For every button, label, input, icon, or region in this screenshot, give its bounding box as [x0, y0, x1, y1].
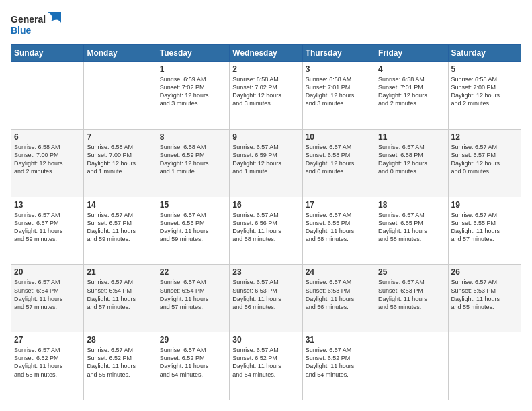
calendar-cell: 12Sunrise: 6:57 AM Sunset: 6:57 PM Dayli…	[448, 129, 521, 197]
day-info: Sunrise: 6:57 AM Sunset: 6:56 PM Dayligh…	[160, 211, 226, 244]
day-info: Sunrise: 6:58 AM Sunset: 7:02 PM Dayligh…	[232, 75, 299, 108]
day-header-wednesday: Wednesday	[230, 45, 302, 62]
day-number: 11	[378, 132, 445, 142]
calendar-cell: 1Sunrise: 6:59 AM Sunset: 7:02 PM Daylig…	[157, 62, 229, 130]
calendar-cell: 29Sunrise: 6:57 AM Sunset: 6:52 PM Dayli…	[157, 332, 229, 400]
day-info: Sunrise: 6:57 AM Sunset: 6:55 PM Dayligh…	[451, 211, 518, 244]
calendar-cell: 25Sunrise: 6:57 AM Sunset: 6:53 PM Dayli…	[375, 265, 448, 332]
calendar-cell	[11, 62, 84, 130]
calendar-cell: 7Sunrise: 6:58 AM Sunset: 7:00 PM Daylig…	[84, 129, 157, 197]
page: GeneralBlue SundayMondayTuesdayWednesday…	[0, 0, 532, 411]
day-number: 21	[87, 267, 153, 277]
calendar-cell: 31Sunrise: 6:57 AM Sunset: 6:52 PM Dayli…	[302, 332, 375, 400]
day-number: 20	[14, 267, 81, 277]
day-info: Sunrise: 6:57 AM Sunset: 6:52 PM Dayligh…	[87, 346, 153, 379]
calendar-cell: 2Sunrise: 6:58 AM Sunset: 7:02 PM Daylig…	[230, 62, 302, 130]
day-header-monday: Monday	[84, 45, 157, 62]
calendar-cell: 26Sunrise: 6:57 AM Sunset: 6:53 PM Dayli…	[448, 265, 521, 332]
day-number: 1	[160, 64, 226, 74]
logo: GeneralBlue	[11, 11, 64, 38]
day-number: 7	[87, 132, 153, 142]
calendar-cell: 5Sunrise: 6:58 AM Sunset: 7:00 PM Daylig…	[448, 62, 521, 130]
calendar-cell: 16Sunrise: 6:57 AM Sunset: 6:56 PM Dayli…	[230, 197, 302, 265]
day-number: 14	[87, 200, 153, 210]
calendar-cell: 10Sunrise: 6:57 AM Sunset: 6:58 PM Dayli…	[302, 129, 375, 197]
week-row-1: 6Sunrise: 6:58 AM Sunset: 7:00 PM Daylig…	[11, 129, 521, 197]
calendar-cell: 20Sunrise: 6:57 AM Sunset: 6:54 PM Dayli…	[11, 265, 84, 332]
day-info: Sunrise: 6:57 AM Sunset: 6:57 PM Dayligh…	[451, 143, 518, 176]
day-number: 17	[306, 200, 372, 210]
day-info: Sunrise: 6:57 AM Sunset: 6:55 PM Dayligh…	[378, 211, 445, 244]
calendar-cell: 6Sunrise: 6:58 AM Sunset: 7:00 PM Daylig…	[11, 129, 84, 197]
day-number: 23	[232, 267, 299, 277]
header: GeneralBlue	[11, 11, 521, 38]
calendar-cell: 4Sunrise: 6:58 AM Sunset: 7:01 PM Daylig…	[375, 62, 448, 130]
calendar-cell: 15Sunrise: 6:57 AM Sunset: 6:56 PM Dayli…	[157, 197, 229, 265]
calendar-cell	[375, 332, 448, 400]
day-info: Sunrise: 6:57 AM Sunset: 6:52 PM Dayligh…	[306, 346, 372, 379]
svg-text:Blue: Blue	[11, 25, 32, 36]
day-number: 28	[87, 335, 153, 345]
day-info: Sunrise: 6:57 AM Sunset: 6:53 PM Dayligh…	[232, 278, 299, 311]
day-info: Sunrise: 6:57 AM Sunset: 6:58 PM Dayligh…	[306, 143, 372, 176]
day-number: 9	[232, 132, 299, 142]
day-info: Sunrise: 6:58 AM Sunset: 7:01 PM Dayligh…	[378, 75, 445, 108]
day-info: Sunrise: 6:57 AM Sunset: 6:57 PM Dayligh…	[87, 211, 153, 244]
calendar-cell: 30Sunrise: 6:57 AM Sunset: 6:52 PM Dayli…	[230, 332, 302, 400]
day-number: 26	[451, 267, 518, 277]
day-number: 24	[306, 267, 372, 277]
day-number: 15	[160, 200, 226, 210]
day-info: Sunrise: 6:57 AM Sunset: 6:55 PM Dayligh…	[306, 211, 372, 244]
day-info: Sunrise: 6:57 AM Sunset: 6:57 PM Dayligh…	[14, 211, 81, 244]
week-row-2: 13Sunrise: 6:57 AM Sunset: 6:57 PM Dayli…	[11, 197, 521, 265]
calendar-cell: 11Sunrise: 6:57 AM Sunset: 6:58 PM Dayli…	[375, 129, 448, 197]
day-info: Sunrise: 6:57 AM Sunset: 6:52 PM Dayligh…	[160, 346, 226, 379]
calendar-cell: 28Sunrise: 6:57 AM Sunset: 6:52 PM Dayli…	[84, 332, 157, 400]
calendar-cell: 8Sunrise: 6:58 AM Sunset: 6:59 PM Daylig…	[157, 129, 229, 197]
calendar-cell: 19Sunrise: 6:57 AM Sunset: 6:55 PM Dayli…	[448, 197, 521, 265]
day-info: Sunrise: 6:59 AM Sunset: 7:02 PM Dayligh…	[160, 75, 226, 108]
day-number: 6	[14, 132, 81, 142]
day-number: 8	[160, 132, 226, 142]
calendar-cell	[84, 62, 157, 130]
day-header-saturday: Saturday	[448, 45, 521, 62]
day-number: 4	[378, 64, 445, 74]
day-number: 12	[451, 132, 518, 142]
day-number: 27	[14, 335, 81, 345]
day-header-sunday: Sunday	[11, 45, 84, 62]
day-info: Sunrise: 6:58 AM Sunset: 7:01 PM Dayligh…	[306, 75, 372, 108]
calendar-cell: 14Sunrise: 6:57 AM Sunset: 6:57 PM Dayli…	[84, 197, 157, 265]
day-number: 3	[306, 64, 372, 74]
day-info: Sunrise: 6:57 AM Sunset: 6:52 PM Dayligh…	[14, 346, 81, 379]
calendar-cell: 17Sunrise: 6:57 AM Sunset: 6:55 PM Dayli…	[302, 197, 375, 265]
day-info: Sunrise: 6:57 AM Sunset: 6:54 PM Dayligh…	[160, 278, 226, 311]
week-row-4: 27Sunrise: 6:57 AM Sunset: 6:52 PM Dayli…	[11, 332, 521, 400]
day-number: 10	[306, 132, 372, 142]
logo-svg: GeneralBlue	[11, 11, 64, 38]
day-info: Sunrise: 6:57 AM Sunset: 6:58 PM Dayligh…	[378, 143, 445, 176]
day-info: Sunrise: 6:57 AM Sunset: 6:53 PM Dayligh…	[306, 278, 372, 311]
calendar-cell: 22Sunrise: 6:57 AM Sunset: 6:54 PM Dayli…	[157, 265, 229, 332]
day-number: 25	[378, 267, 445, 277]
calendar-cell: 3Sunrise: 6:58 AM Sunset: 7:01 PM Daylig…	[302, 62, 375, 130]
week-row-3: 20Sunrise: 6:57 AM Sunset: 6:54 PM Dayli…	[11, 265, 521, 332]
day-header-tuesday: Tuesday	[157, 45, 229, 62]
calendar-cell: 21Sunrise: 6:57 AM Sunset: 6:54 PM Dayli…	[84, 265, 157, 332]
calendar-cell: 27Sunrise: 6:57 AM Sunset: 6:52 PM Dayli…	[11, 332, 84, 400]
day-header-friday: Friday	[375, 45, 448, 62]
day-number: 5	[451, 64, 518, 74]
day-info: Sunrise: 6:57 AM Sunset: 6:52 PM Dayligh…	[232, 346, 299, 379]
day-info: Sunrise: 6:57 AM Sunset: 6:53 PM Dayligh…	[378, 278, 445, 311]
day-number: 22	[160, 267, 226, 277]
svg-text:General: General	[11, 14, 46, 25]
calendar-cell: 9Sunrise: 6:57 AM Sunset: 6:59 PM Daylig…	[230, 129, 302, 197]
week-row-0: 1Sunrise: 6:59 AM Sunset: 7:02 PM Daylig…	[11, 62, 521, 130]
calendar-cell: 13Sunrise: 6:57 AM Sunset: 6:57 PM Dayli…	[11, 197, 84, 265]
day-info: Sunrise: 6:58 AM Sunset: 7:00 PM Dayligh…	[451, 75, 518, 108]
day-number: 13	[14, 200, 81, 210]
day-number: 19	[451, 200, 518, 210]
day-info: Sunrise: 6:58 AM Sunset: 6:59 PM Dayligh…	[160, 143, 226, 176]
day-info: Sunrise: 6:57 AM Sunset: 6:54 PM Dayligh…	[14, 278, 81, 311]
day-number: 18	[378, 200, 445, 210]
calendar-cell: 18Sunrise: 6:57 AM Sunset: 6:55 PM Dayli…	[375, 197, 448, 265]
